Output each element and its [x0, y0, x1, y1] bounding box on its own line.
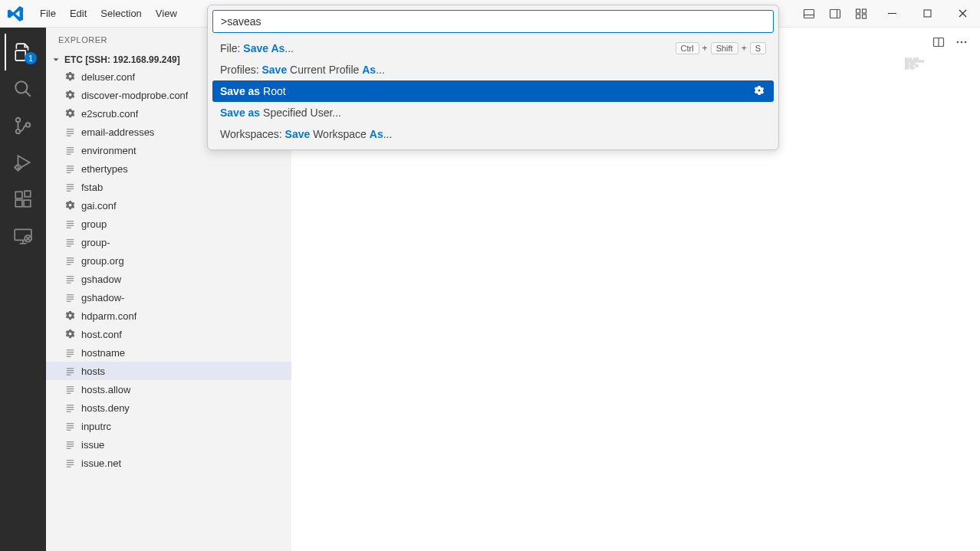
menu-edit[interactable]: Edit	[64, 5, 93, 22]
file-item[interactable]: hdparm.conf	[46, 307, 291, 325]
file-item[interactable]: hosts.deny	[46, 398, 291, 417]
extensions-activity[interactable]	[5, 181, 41, 218]
gear-file-icon	[63, 198, 77, 212]
split-editor-icon[interactable]	[929, 33, 948, 51]
file-item[interactable]: gshadow-	[46, 288, 291, 307]
command-label: Save as Root	[220, 85, 752, 97]
file-item[interactable]: gai.conf	[46, 196, 291, 215]
svg-point-98	[957, 41, 959, 44]
command-label: Workspaces: Save Workspace As...	[220, 128, 766, 140]
svg-rect-7	[863, 15, 867, 18]
text-file-icon	[63, 456, 77, 470]
svg-rect-23	[15, 200, 22, 207]
text-file-icon	[63, 290, 77, 304]
file-item[interactable]: group.org	[46, 251, 291, 270]
command-label: Profiles: Save Current Profile As...	[220, 64, 766, 76]
svg-point-15	[16, 130, 20, 133]
remote-activity[interactable]	[5, 218, 41, 254]
text-file-icon	[63, 180, 77, 194]
file-label: hostname	[81, 347, 125, 359]
scm-activity[interactable]	[5, 107, 41, 144]
file-item[interactable]: group	[46, 215, 291, 233]
file-label: environment	[81, 145, 136, 156]
file-label: issue	[81, 439, 104, 451]
file-item[interactable]: inputrc	[46, 417, 291, 435]
file-label: group.org	[81, 255, 124, 267]
file-item[interactable]: hosts	[46, 362, 291, 380]
svg-point-100	[965, 41, 967, 44]
text-file-icon	[63, 162, 77, 175]
run-debug-activity[interactable]	[5, 144, 41, 181]
svg-marker-17	[18, 156, 30, 169]
file-item[interactable]: gshadow	[46, 270, 291, 288]
text-file-icon	[63, 217, 77, 231]
svg-rect-24	[24, 200, 31, 207]
search-activity[interactable]	[5, 71, 41, 107]
svg-point-16	[26, 123, 30, 126]
svg-rect-22	[15, 192, 22, 198]
text-file-icon	[63, 125, 77, 139]
command-item[interactable]: Save as Root	[212, 80, 774, 102]
text-file-icon	[63, 235, 77, 249]
menu-selection[interactable]: Selection	[94, 5, 147, 22]
file-label: group-	[81, 237, 110, 248]
minimize-button[interactable]	[874, 0, 909, 28]
keybinding: Ctrl+Shift+S	[676, 42, 767, 54]
text-file-icon	[63, 364, 77, 378]
file-item[interactable]: group-	[46, 233, 291, 251]
svg-rect-5	[863, 9, 867, 13]
svg-rect-4	[857, 9, 860, 13]
command-item[interactable]: File: Save As...Ctrl+Shift+S	[212, 38, 774, 59]
text-file-icon	[63, 382, 77, 396]
file-item[interactable]: hosts.allow	[46, 380, 291, 398]
panel-right-icon[interactable]	[822, 0, 848, 28]
file-label: hosts	[81, 366, 105, 377]
text-file-icon	[63, 438, 77, 451]
file-item[interactable]: issue	[46, 435, 291, 454]
configure-keybinding-icon[interactable]	[752, 84, 766, 98]
panel-bottom-icon[interactable]	[796, 0, 822, 28]
maximize-button[interactable]	[909, 0, 945, 28]
more-actions-icon[interactable]	[952, 33, 971, 51]
text-file-icon	[63, 272, 77, 286]
file-label: gshadow-	[81, 292, 124, 303]
vscode-logo-icon	[6, 5, 25, 23]
activity-bar: 1	[0, 28, 46, 551]
explorer-badge: 1	[25, 52, 37, 64]
menu-file[interactable]: File	[34, 5, 62, 22]
menu-view[interactable]: View	[150, 5, 183, 22]
explorer-activity[interactable]: 1	[5, 34, 41, 71]
file-item[interactable]: ethertypes	[46, 159, 291, 178]
command-item[interactable]: Save as Specified User...	[212, 102, 774, 123]
menubar: FileEditSelectionView	[34, 5, 183, 22]
svg-rect-25	[25, 191, 31, 197]
file-item[interactable]: fstab	[46, 178, 291, 196]
file-label: email-addresses	[81, 126, 154, 138]
file-label: issue.net	[81, 458, 121, 469]
svg-point-99	[961, 41, 963, 44]
file-label: discover-modprobe.conf	[81, 90, 188, 101]
file-label: host.conf	[81, 329, 122, 340]
command-palette: File: Save As...Ctrl+Shift+SProfiles: Sa…	[207, 5, 779, 150]
gear-file-icon	[63, 88, 77, 102]
svg-rect-2	[830, 9, 840, 18]
text-file-icon	[63, 419, 77, 433]
text-file-icon	[63, 346, 77, 359]
svg-line-13	[25, 91, 31, 97]
layout-grid-icon[interactable]	[848, 0, 874, 28]
gear-file-icon	[63, 327, 77, 341]
file-label: inputrc	[81, 421, 111, 432]
svg-point-14	[16, 118, 20, 122]
file-label: hosts.deny	[81, 402, 130, 414]
file-label: gai.conf	[81, 200, 117, 212]
file-label: e2scrub.conf	[81, 108, 138, 120]
command-item[interactable]: Workspaces: Save Workspace As...	[212, 123, 774, 145]
close-button[interactable]	[945, 0, 980, 28]
command-item[interactable]: Profiles: Save Current Profile As...	[212, 59, 774, 80]
chevron-down-icon	[51, 54, 61, 65]
minimap[interactable]: █████ █████████████████████ ██████████ █…	[903, 57, 980, 103]
file-item[interactable]: hostname	[46, 343, 291, 362]
file-item[interactable]: issue.net	[46, 454, 291, 472]
file-item[interactable]: host.conf	[46, 325, 291, 343]
command-input[interactable]	[212, 10, 774, 33]
